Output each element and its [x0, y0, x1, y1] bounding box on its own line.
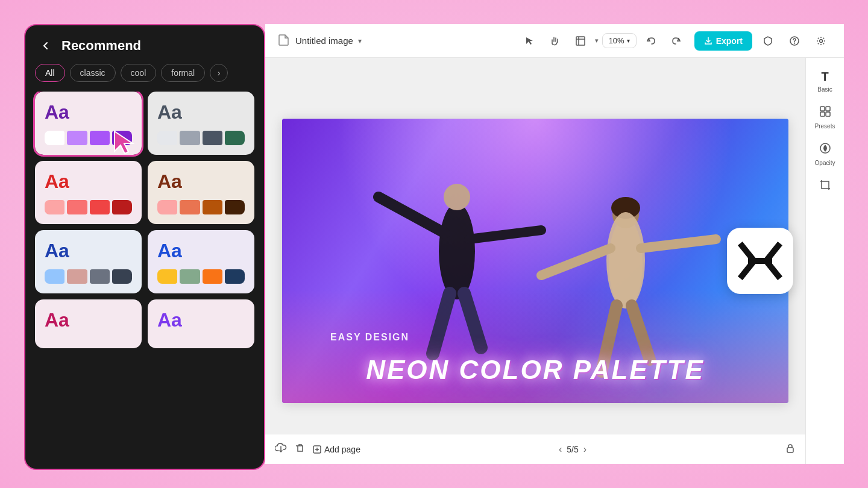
palette-card-8[interactable]: Aa — [148, 299, 254, 348]
bottom-bar: Add page ‹ 5/5 › — [265, 434, 805, 464]
presets-icon — [819, 105, 832, 120]
file-dropdown-icon[interactable]: ▾ — [358, 37, 362, 45]
svg-rect-21 — [820, 107, 825, 111]
palette-card-7[interactable]: Aa — [35, 299, 142, 348]
prev-page-button[interactable]: ‹ — [559, 444, 562, 455]
right-panel-presets-label: Presets — [815, 123, 835, 130]
filter-classic[interactable]: classic — [70, 64, 116, 82]
page-indicator: 5/5 — [567, 445, 578, 454]
redo-button[interactable] — [665, 30, 687, 52]
svg-line-9 — [433, 293, 450, 354]
right-panel-opacity-label: Opacity — [815, 160, 835, 166]
right-panel-basic[interactable]: T Basic — [806, 65, 844, 98]
palette-aa-5: Aa — [45, 240, 132, 262]
crop-icon — [819, 178, 832, 194]
toolbar: Untitled image ▾ — [265, 24, 844, 58]
select-tool-button[interactable] — [519, 30, 541, 52]
hand-tool-button[interactable] — [544, 30, 566, 52]
palette-aa-7: Aa — [45, 309, 132, 331]
add-page-button[interactable]: Add page — [312, 445, 360, 454]
right-panel: T Basic Presets — [805, 58, 844, 464]
palette-swatches-3 — [45, 200, 132, 214]
export-button[interactable]: Export — [694, 31, 752, 51]
right-panel-opacity[interactable]: Opacity — [806, 137, 844, 171]
filter-tabs: All classic cool formal › — [25, 64, 264, 92]
canvas-title: NEON COLOR PALETTE — [366, 355, 705, 385]
svg-rect-20 — [787, 448, 793, 452]
filter-more-button[interactable]: › — [210, 64, 228, 82]
right-panel-crop[interactable] — [806, 174, 844, 199]
frame-tool-button[interactable] — [570, 30, 591, 52]
palette-aa-4: Aa — [157, 170, 245, 193]
bottom-bar-right — [785, 443, 796, 456]
svg-rect-24 — [826, 112, 830, 116]
editor-area: Untitled image ▾ — [265, 24, 844, 464]
filter-all[interactable]: All — [35, 64, 65, 82]
palette-aa-1: Aa — [45, 101, 132, 124]
left-panel: Recommend All classic cool formal › Aa — [24, 24, 265, 470]
svg-marker-1 — [526, 37, 533, 45]
editor-body: EASY DESIGN NEON COLOR PALETTE — [265, 58, 844, 464]
next-page-button[interactable]: › — [583, 444, 587, 455]
page-navigation: ‹ 5/5 › — [559, 444, 587, 455]
file-name: Untitled image — [295, 36, 353, 46]
svg-line-10 — [464, 293, 481, 348]
filter-cool[interactable]: cool — [121, 64, 157, 82]
svg-line-18 — [632, 305, 650, 360]
lock-button[interactable] — [785, 443, 796, 455]
svg-line-8 — [469, 230, 541, 239]
palette-card-3[interactable]: Aa — [35, 161, 142, 224]
palette-swatches-6 — [157, 269, 245, 284]
app-wrapper: Recommend All classic cool formal › Aa — [24, 24, 844, 464]
palette-aa-3: Aa — [45, 170, 132, 193]
palette-swatches-1 — [45, 131, 132, 145]
toolbar-left: Untitled image ▾ — [277, 33, 512, 49]
svg-point-6 — [444, 184, 470, 210]
opacity-icon — [819, 142, 832, 157]
bottom-bar-left: Add page — [275, 442, 360, 456]
canvas-frame: EASY DESIGN NEON COLOR PALETTE — [282, 119, 788, 403]
frame-dropdown[interactable]: ▾ — [595, 37, 599, 45]
canvas-image: EASY DESIGN NEON COLOR PALETTE — [282, 119, 788, 403]
back-button[interactable] — [37, 37, 54, 54]
toolbar-center: ▾ 10% ▾ — [519, 30, 687, 52]
help-button[interactable] — [784, 30, 805, 52]
logo-overlay — [727, 228, 793, 294]
palette-card-1[interactable]: Aa — [35, 92, 142, 155]
zoom-dropdown-icon: ▾ — [627, 37, 630, 44]
palette-swatches-5 — [45, 269, 132, 284]
right-panel-presets[interactable]: Presets — [806, 100, 844, 134]
canvas-subtitle: EASY DESIGN — [330, 332, 409, 343]
svg-rect-22 — [826, 107, 830, 111]
canvas-area[interactable]: EASY DESIGN NEON COLOR PALETTE — [265, 58, 805, 464]
zoom-value: 10% — [609, 36, 624, 45]
capcut-logo-icon — [736, 240, 784, 282]
panel-header: Recommend — [25, 25, 264, 64]
palette-swatches-4 — [157, 200, 245, 214]
palette-aa-2: Aa — [157, 101, 245, 124]
palette-aa-8: Aa — [157, 309, 245, 331]
undo-button[interactable] — [640, 30, 662, 52]
palette-swatches-2 — [157, 131, 245, 145]
palette-card-5[interactable]: Aa — [35, 230, 142, 293]
svg-point-14 — [606, 212, 645, 308]
palette-grid: Aa Aa — [25, 92, 264, 348]
zoom-control[interactable]: 10% ▾ — [602, 33, 637, 48]
text-basic-icon: T — [821, 70, 828, 84]
svg-rect-23 — [820, 112, 825, 116]
right-panel-basic-label: Basic — [817, 86, 832, 93]
panel-title: Recommend — [61, 38, 141, 54]
palette-card-4[interactable]: Aa — [148, 161, 254, 224]
palette-card-6[interactable]: Aa — [148, 230, 254, 293]
settings-button[interactable] — [810, 30, 832, 52]
svg-rect-2 — [576, 37, 585, 45]
delete-button[interactable] — [294, 443, 305, 455]
svg-line-15 — [541, 248, 611, 275]
save-to-cloud-button[interactable] — [275, 442, 287, 456]
svg-point-5 — [439, 203, 475, 299]
palette-card-2[interactable]: Aa — [148, 92, 254, 155]
palette-aa-6: Aa — [157, 240, 245, 262]
svg-line-7 — [379, 197, 445, 233]
shield-icon-button[interactable] — [757, 30, 779, 52]
filter-formal[interactable]: formal — [161, 64, 205, 82]
